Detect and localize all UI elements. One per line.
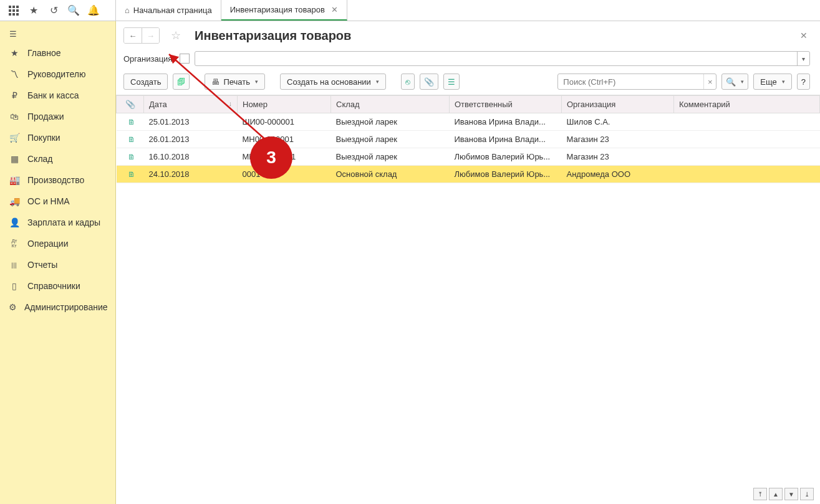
tree-icon: ⎋ [405, 77, 410, 87]
table-container: 📎 Дата↓ Номер Склад Ответственный Органи… [116, 95, 820, 504]
org-filter-row: Организация: ▾ [116, 49, 820, 72]
search-icon[interactable]: 🔍 [65, 2, 82, 19]
col-warehouse[interactable]: Склад [331, 96, 450, 113]
cell-comment [674, 113, 820, 131]
page-title: Инвентаризация товаров [195, 29, 351, 43]
star-icon: ★ [9, 47, 20, 59]
document-icon: 🗎 [128, 118, 135, 126]
inventory-table: 📎 Дата↓ Номер Склад Ответственный Органи… [116, 95, 820, 183]
copy-button[interactable]: 🗐 [173, 74, 190, 90]
row-icon-cell: 🗎 [117, 166, 144, 183]
help-button[interactable]: ? [797, 74, 810, 90]
more-button[interactable]: Еще▾ [753, 74, 791, 90]
printer-icon: 🖶 [211, 77, 219, 87]
page-close-button[interactable]: ✕ [798, 28, 810, 43]
table-row[interactable]: 🗎16.10.2018МНБП-000001Выездной ларекЛюби… [117, 148, 820, 166]
search-clear-button[interactable]: × [703, 74, 716, 89]
caret-icon: ▾ [741, 78, 744, 85]
factory-icon: 🏭 [9, 174, 20, 186]
cell-organization: Андромеда ООО [562, 166, 674, 183]
gear-icon: ⚙ [9, 302, 17, 313]
col-responsible[interactable]: Ответственный [450, 96, 562, 113]
star-icon[interactable]: ★ [25, 2, 42, 19]
sidebar-item-bank[interactable]: ₽Банк и касса [0, 85, 115, 106]
bag-icon: 🛍 [9, 111, 20, 122]
scroll-up-button[interactable]: ▲ [769, 488, 783, 500]
bars-icon: ⫼ [9, 259, 20, 270]
org-select[interactable]: ▾ [195, 51, 810, 66]
search-menu-button[interactable]: 🔍▾ [721, 74, 748, 90]
create-button[interactable]: Создать [123, 74, 168, 90]
caret-icon: ▾ [782, 78, 785, 85]
sidebar-item-manager[interactable]: 〽Руководителю [0, 64, 115, 85]
sidebar-item-admin[interactable]: ⚙Администрирование [0, 297, 115, 318]
truck-icon: 🚚 [9, 196, 20, 207]
cell-warehouse: Выездной ларек [331, 131, 450, 148]
sidebar-item-catalogs[interactable]: ▯Справочники [0, 275, 115, 297]
create-based-button[interactable]: Создать на основании▾ [280, 74, 386, 90]
cell-organization: Магазин 23 [562, 148, 674, 166]
sidebar-item-assets[interactable]: 🚚ОС и НМА [0, 191, 115, 212]
home-icon: ⌂ [125, 6, 130, 15]
list-button[interactable]: ☰ [443, 74, 460, 90]
tab-inventory[interactable]: Инвентаризация товаров ✕ [221, 0, 347, 21]
scroll-down-button[interactable]: ▼ [784, 488, 798, 500]
apps-icon[interactable] [5, 2, 22, 19]
history-icon[interactable]: ↺ [45, 2, 62, 19]
caret-icon: ▾ [255, 78, 258, 85]
table-row[interactable]: 🗎26.01.2013МН00-000001Выездной ларекИван… [117, 131, 820, 148]
row-icon-cell: 🗎 [117, 148, 144, 166]
top-toolbar: ★ ↺ 🔍 🔔 ⌂ Начальная страница Инвентариза… [0, 0, 820, 21]
sidebar: ☰ ★Главное 〽Руководителю ₽Банк и касса 🛍… [0, 21, 116, 504]
close-icon[interactable]: ✕ [331, 5, 338, 14]
table-row[interactable]: 🗎24.10.20180001Основной складЛюбимов Вал… [117, 166, 820, 183]
top-icon-bar: ★ ↺ 🔍 🔔 [0, 0, 116, 21]
scroll-top-button[interactable]: ⤒ [753, 488, 767, 500]
list-icon: ☰ [448, 77, 455, 87]
ruble-icon: ₽ [9, 90, 20, 101]
back-button[interactable]: ← [124, 28, 142, 43]
cell-number: МНБП-000001 [238, 148, 331, 166]
col-comment[interactable]: Комментарий [674, 96, 820, 113]
document-icon: 🗎 [128, 135, 135, 144]
cell-comment [674, 131, 820, 148]
col-date[interactable]: Дата↓ [144, 96, 238, 113]
sidebar-item-warehouse[interactable]: ▦Склад [0, 148, 115, 169]
toolbar: Создать 🗐 🖶Печать▾ Создать на основании▾… [116, 72, 820, 95]
sidebar-item-hr[interactable]: 👤Зарплата и кадры [0, 212, 115, 233]
forward-button[interactable]: → [142, 28, 159, 43]
sidebar-item-reports[interactable]: ⫼Отчеты [0, 254, 115, 275]
print-button[interactable]: 🖶Печать▾ [205, 74, 265, 90]
menu-icon[interactable]: ☰ [2, 25, 24, 42]
attach-button[interactable]: 📎 [420, 74, 438, 90]
col-organization[interactable]: Организация [562, 96, 674, 113]
col-attach[interactable]: 📎 [117, 96, 144, 113]
sidebar-item-sales[interactable]: 🛍Продажи [0, 106, 115, 127]
boxes-icon: ▦ [9, 153, 20, 164]
tab-label: Инвентаризация товаров [230, 5, 325, 14]
org-checkbox[interactable] [180, 54, 190, 64]
sidebar-item-main[interactable]: ★Главное [0, 42, 115, 64]
content-area: ← → ☆ Инвентаризация товаров ✕ Организац… [116, 21, 820, 504]
search-box: × [557, 74, 716, 90]
table-row[interactable]: 🗎25.01.2013ШИ00-000001Выездной ларекИван… [117, 113, 820, 131]
col-number[interactable]: Номер [238, 96, 331, 113]
sort-icon: ↓ [229, 100, 233, 107]
cell-warehouse: Основной склад [331, 166, 450, 183]
dropdown-icon[interactable]: ▾ [797, 52, 809, 65]
scroll-bottom-button[interactable]: ⤓ [800, 488, 814, 500]
org-select-input[interactable] [195, 52, 797, 65]
copy-icon: 🗐 [177, 77, 185, 87]
bell-icon[interactable]: 🔔 [85, 2, 102, 19]
cell-responsible: Иванова Ирина Влади... [450, 131, 562, 148]
favorite-icon[interactable]: ☆ [168, 28, 183, 43]
sidebar-item-production[interactable]: 🏭Производство [0, 169, 115, 191]
tab-home[interactable]: ⌂ Начальная страница [116, 0, 221, 21]
structure-button[interactable]: ⎋ [401, 74, 415, 90]
search-input[interactable] [558, 77, 703, 87]
sidebar-item-purchases[interactable]: 🛒Покупки [0, 127, 115, 148]
cell-date: 25.01.2013 [144, 113, 238, 131]
sidebar-item-operations[interactable]: ДтКтОперации [0, 233, 115, 254]
cell-responsible: Любимов Валерий Юрь... [450, 166, 562, 183]
nav-buttons: ← → [123, 27, 160, 44]
